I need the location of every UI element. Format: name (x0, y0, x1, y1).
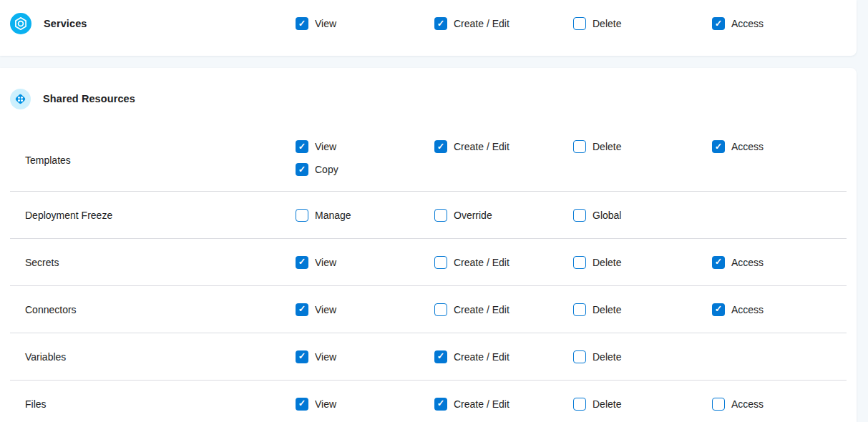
permission-view[interactable]: ✓View (296, 303, 434, 316)
permission-delete[interactable]: Delete (573, 303, 712, 316)
services-section-card: Services ✓View✓Create / EditDelete✓Acces… (0, 0, 857, 56)
permission-label-create-edit: Create / Edit (454, 398, 509, 410)
unchecked-checkbox-delete[interactable] (573, 256, 586, 269)
permission-override[interactable]: Override (434, 209, 573, 222)
permission-column: ✓View (296, 350, 434, 363)
checked-checkbox-create-edit[interactable]: ✓ (434, 140, 447, 153)
permission-label-access: Access (731, 304, 764, 315)
permission-view[interactable]: ✓View (296, 350, 434, 363)
unchecked-checkbox-create-edit[interactable] (434, 256, 447, 269)
checked-checkbox-view[interactable]: ✓ (296, 17, 308, 30)
permission-create-edit[interactable]: Create / Edit (434, 303, 573, 316)
permission-column: ✓View (296, 17, 434, 30)
checked-checkbox-access[interactable]: ✓ (712, 303, 725, 316)
resource-label-deployment-freeze: Deployment Freeze (0, 210, 296, 221)
unchecked-checkbox-delete[interactable] (573, 350, 586, 363)
checked-checkbox-access[interactable]: ✓ (712, 17, 725, 30)
permission-create-edit[interactable]: ✓Create / Edit (434, 140, 573, 153)
resource-label-files: Files (0, 398, 296, 410)
permission-label-delete: Delete (593, 304, 621, 315)
checked-checkbox-view[interactable]: ✓ (296, 303, 308, 316)
shared-resources-icon (10, 89, 31, 109)
permission-delete[interactable]: Delete (573, 140, 712, 153)
unchecked-checkbox-global[interactable] (573, 209, 586, 222)
permission-column: ✓View (296, 256, 434, 269)
permission-column: Create / Edit (434, 256, 573, 269)
checked-checkbox-create-edit[interactable]: ✓ (434, 17, 447, 30)
permission-manage[interactable]: Manage (296, 209, 434, 222)
permission-create-edit[interactable]: ✓Create / Edit (434, 350, 573, 363)
permission-column: ✓Create / Edit (434, 129, 573, 153)
permission-column: Manage (296, 209, 434, 222)
permission-label-copy: Copy (315, 164, 338, 175)
checked-checkbox-view[interactable]: ✓ (296, 140, 308, 153)
permission-global[interactable]: Global (573, 209, 712, 222)
checked-checkbox-access[interactable]: ✓ (712, 256, 725, 269)
permission-delete[interactable]: Delete (573, 398, 712, 411)
permission-copy[interactable]: ✓Copy (296, 163, 434, 176)
checked-checkbox-copy[interactable]: ✓ (296, 163, 308, 176)
permission-access[interactable]: ✓Access (712, 256, 851, 269)
permission-label-global: Global (593, 210, 621, 221)
unchecked-checkbox-delete[interactable] (573, 398, 586, 411)
permission-delete[interactable]: Delete (573, 17, 712, 30)
permission-label-access: Access (731, 18, 764, 29)
permission-access[interactable]: Access (712, 398, 851, 411)
shared-resources-section-card: Shared Resources Templates✓View✓Copy✓Cre… (0, 68, 857, 422)
checked-checkbox-view[interactable]: ✓ (296, 398, 308, 411)
resource-row-templates: Templates✓View✓Copy✓Create / EditDelete✓… (0, 129, 857, 191)
checked-checkbox-create-edit[interactable]: ✓ (434, 350, 447, 363)
checked-checkbox-view[interactable]: ✓ (296, 256, 308, 269)
resource-label-connectors: Connectors (0, 304, 296, 315)
permission-label-delete: Delete (593, 398, 621, 410)
permission-view[interactable]: ✓View (296, 398, 434, 411)
permission-create-edit[interactable]: Create / Edit (434, 256, 573, 269)
permission-column: Delete (573, 303, 712, 316)
permission-label-create-edit: Create / Edit (454, 18, 509, 29)
permission-delete[interactable]: Delete (573, 256, 712, 269)
resource-row-deployment-freeze: Deployment FreezeManageOverrideGlobal (0, 192, 857, 238)
unchecked-checkbox-create-edit[interactable] (434, 303, 447, 316)
checked-checkbox-create-edit[interactable]: ✓ (434, 398, 447, 411)
permission-view[interactable]: ✓View (296, 256, 434, 269)
permission-column: Global (573, 209, 712, 222)
permission-label-create-edit: Create / Edit (454, 141, 509, 152)
permission-label-view: View (315, 18, 336, 29)
permission-column: ✓Access (712, 129, 851, 153)
resource-row-secrets: Secrets✓ViewCreate / EditDelete✓Access (0, 239, 857, 285)
permission-label-create-edit: Create / Edit (454, 304, 509, 315)
permission-label-manage: Manage (315, 210, 351, 221)
permission-label-delete: Delete (593, 257, 621, 268)
permission-access[interactable]: ✓Access (712, 303, 851, 316)
permission-access[interactable]: ✓Access (712, 140, 851, 153)
resource-label-templates: Templates (0, 154, 296, 166)
permission-column: Delete (573, 17, 712, 30)
permission-label-view: View (315, 257, 336, 268)
permission-delete[interactable]: Delete (573, 350, 712, 363)
checked-checkbox-view[interactable]: ✓ (296, 350, 308, 363)
unchecked-checkbox-delete[interactable] (573, 303, 586, 316)
services-permissions: ✓View✓Create / EditDelete✓Access (296, 17, 851, 30)
permission-view[interactable]: ✓View (296, 140, 434, 153)
unchecked-checkbox-delete[interactable] (573, 17, 586, 30)
permission-access[interactable]: ✓Access (712, 17, 851, 30)
permission-create-edit[interactable]: ✓Create / Edit (434, 17, 573, 30)
unchecked-checkbox-override[interactable] (434, 209, 447, 222)
permission-column: ✓View✓Copy (296, 129, 434, 176)
permission-column: ✓Create / Edit (434, 17, 573, 30)
permission-view[interactable]: ✓View (296, 17, 434, 30)
permission-label-view: View (315, 141, 336, 152)
checked-checkbox-access[interactable]: ✓ (712, 140, 725, 153)
permission-label-delete: Delete (593, 18, 621, 29)
permission-column: Delete (573, 256, 712, 269)
unchecked-checkbox-manage[interactable] (296, 209, 308, 222)
unchecked-checkbox-access[interactable] (712, 398, 725, 411)
permission-column: ✓View (296, 303, 434, 316)
unchecked-checkbox-delete[interactable] (573, 140, 586, 153)
permission-column: ✓Access (712, 17, 851, 30)
permission-create-edit[interactable]: ✓Create / Edit (434, 398, 573, 411)
permission-column: Override (434, 209, 573, 222)
permission-label-delete: Delete (593, 141, 621, 152)
permission-label-delete: Delete (593, 351, 621, 363)
services-icon (10, 13, 31, 34)
